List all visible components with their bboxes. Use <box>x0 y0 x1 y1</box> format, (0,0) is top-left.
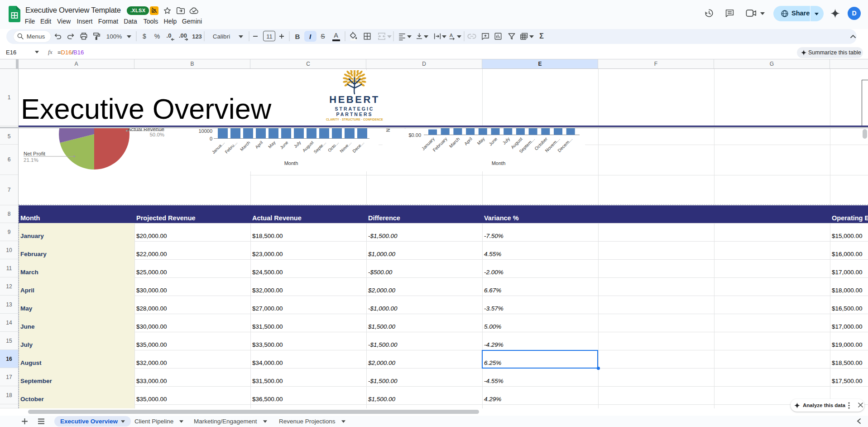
table-header-3[interactable]: Difference <box>366 205 482 223</box>
name-box[interactable]: E16 <box>6 49 16 56</box>
analyze-menu-icon[interactable] <box>848 402 850 409</box>
cell-10-4[interactable]: 4.55% <box>482 241 598 259</box>
row-header-18[interactable]: 18 <box>0 386 18 404</box>
column-header-G[interactable]: G <box>714 59 830 68</box>
table-header-0[interactable]: Month <box>19 205 134 223</box>
table-header-4[interactable]: Variance % <box>482 205 598 223</box>
cell-11-2[interactable]: $24,500.00 <box>250 259 366 277</box>
cell-15-4[interactable]: -4.29% <box>482 332 598 350</box>
cell-18-0[interactable]: October <box>19 386 134 404</box>
number-format-button[interactable]: 123 <box>192 33 202 40</box>
column-header-D[interactable]: D <box>366 59 482 68</box>
text-rotation-caret[interactable] <box>457 35 461 38</box>
cell-14-2[interactable]: $31,500.00 <box>250 314 366 332</box>
document-title[interactable]: Executive Overview Template <box>25 6 121 15</box>
vertical-align-icon[interactable] <box>415 32 423 40</box>
filter-views-icon[interactable] <box>519 32 528 41</box>
sheet-tab[interactable]: Client Pipeline <box>134 416 183 427</box>
row-header-1[interactable]: 1 <box>0 69 18 126</box>
add-sheet-icon[interactable] <box>21 418 28 425</box>
text-color-button[interactable]: A <box>334 32 338 39</box>
currency-format-button[interactable]: $ <box>143 33 146 40</box>
analyze-close-icon[interactable] <box>858 403 863 408</box>
cell-11-5[interactable]: $17,000.00 <box>830 259 868 277</box>
menu-edit[interactable]: Edit <box>40 16 51 27</box>
cell-16-1[interactable]: $32,000.00 <box>134 350 250 368</box>
cell-18-3[interactable]: $1,500.00 <box>366 386 482 404</box>
cell-12-4[interactable]: 6.67% <box>482 277 598 296</box>
net-bar-chart[interactable]: N$5,000.00$0.00JanuaryFebruaryMarchApril… <box>383 128 585 171</box>
percent-format-button[interactable]: % <box>154 33 160 40</box>
menu-file[interactable]: File <box>25 16 35 27</box>
cell-12-1[interactable]: $30,000.00 <box>134 277 250 296</box>
cell-18-1[interactable]: $35,000.00 <box>134 386 250 404</box>
cell-14-3[interactable]: $1,500.00 <box>366 314 482 332</box>
tab-caret[interactable] <box>121 420 125 423</box>
vertical-scrollbar[interactable] <box>863 129 867 139</box>
menu-format[interactable]: Format <box>98 16 118 27</box>
row-header-x[interactable] <box>0 404 18 408</box>
cell-15-5[interactable]: $19,000.00 <box>830 332 868 350</box>
decrease-font-size-button[interactable] <box>253 34 258 39</box>
row-header-9[interactable]: 9 <box>0 223 18 241</box>
partial-chart-object[interactable] <box>862 80 868 127</box>
menu-data[interactable]: Data <box>124 16 137 27</box>
menu-view[interactable]: View <box>57 16 71 27</box>
cell-16-2[interactable]: $34,000.00 <box>250 350 366 368</box>
bold-button[interactable]: B <box>295 33 300 40</box>
cell-10-0[interactable]: February <box>19 241 134 259</box>
filter-views-caret[interactable] <box>529 35 534 38</box>
avatar[interactable]: D <box>848 7 861 20</box>
cell-12-3[interactable]: $2,000.00 <box>366 277 482 296</box>
font-caret[interactable] <box>239 35 243 38</box>
cell-11-1[interactable]: $25,000.00 <box>134 259 250 277</box>
undo-icon[interactable] <box>53 32 62 41</box>
cell-10-3[interactable]: $1,000.00 <box>366 241 482 259</box>
vertical-align-caret[interactable] <box>424 35 428 38</box>
text-wrap-caret[interactable] <box>442 35 446 38</box>
cell-17-1[interactable]: $33,000.00 <box>134 368 250 386</box>
formula-input[interactable]: =D16/B16 <box>58 49 84 56</box>
cell-13-0[interactable]: May <box>19 296 134 314</box>
tab-caret[interactable] <box>263 420 267 423</box>
spreadsheet-grid[interactable]: Executive Overview HEBERT STRATEGIC PART… <box>19 69 868 408</box>
cell-18-2[interactable]: $36,500.00 <box>250 386 366 404</box>
cell-18-4[interactable]: 4.29% <box>482 386 598 404</box>
select-all-corner[interactable] <box>0 59 19 68</box>
row-header-12[interactable]: 12 <box>0 277 18 296</box>
strikethrough-button[interactable]: S <box>321 33 325 40</box>
column-header-E[interactable]: E <box>482 59 598 68</box>
borders-icon[interactable] <box>363 32 372 41</box>
redo-icon[interactable] <box>66 32 75 41</box>
row-header-10[interactable]: 10 <box>0 241 18 259</box>
cell-14-4[interactable]: 5.00% <box>482 314 598 332</box>
horizontal-scrollbar[interactable] <box>28 410 479 414</box>
cell-16-3[interactable]: $2,000.00 <box>366 350 482 368</box>
cell-13-2[interactable]: $27,000.00 <box>250 296 366 314</box>
move-folder-icon[interactable] <box>176 7 185 15</box>
cell-17-5[interactable]: $17,500.00 <box>830 368 868 386</box>
cell-11-3[interactable]: -$500.00 <box>366 259 482 277</box>
fill-handle[interactable] <box>597 367 600 370</box>
cell-10-1[interactable]: $22,000.00 <box>134 241 250 259</box>
cell-12-0[interactable]: April <box>19 277 134 296</box>
menu-gemini[interactable]: Gemini <box>182 16 202 27</box>
table-header-1[interactable]: Projected Revenue <box>134 205 250 223</box>
row-header-8[interactable]: 8 <box>0 205 18 223</box>
cloud-saved-icon[interactable] <box>189 7 199 14</box>
cell-10-5[interactable]: $16,000.00 <box>830 241 868 259</box>
cell-9-5[interactable]: $15,000.00 <box>830 223 868 241</box>
column-header-h[interactable] <box>830 59 868 68</box>
cell-16-0[interactable]: August <box>19 350 134 368</box>
share-button[interactable]: Share <box>773 6 824 21</box>
cell-12-2[interactable]: $32,000.00 <box>250 277 366 296</box>
print-icon[interactable] <box>79 32 88 41</box>
row-header-14[interactable]: 14 <box>0 314 18 332</box>
sheet-tab-active[interactable]: Executive Overview <box>54 416 131 427</box>
collapse-toolbar-icon[interactable] <box>850 34 856 38</box>
text-wrap-icon[interactable] <box>433 32 442 41</box>
cell-9-4[interactable]: -7.50% <box>482 223 598 241</box>
cell-14-0[interactable]: June <box>19 314 134 332</box>
menu-help[interactable]: Help <box>164 16 177 27</box>
cell-13-1[interactable]: $28,000.00 <box>134 296 250 314</box>
